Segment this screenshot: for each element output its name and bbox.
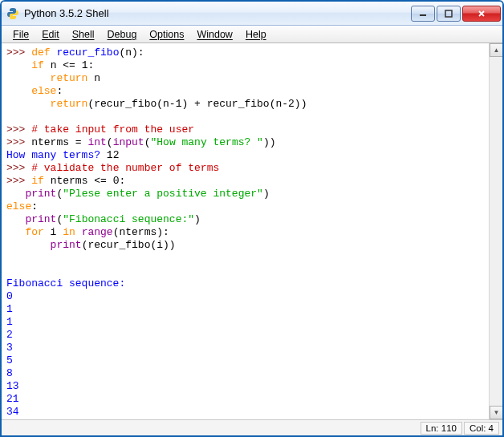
menu-file[interactable]: File bbox=[6, 27, 35, 42]
scrollbar[interactable]: ▲ ▼ bbox=[489, 43, 502, 419]
window-title: Python 3.5.2 Shell bbox=[24, 7, 409, 19]
svg-rect-1 bbox=[445, 10, 452, 17]
minimize-button[interactable] bbox=[411, 6, 435, 22]
menu-debug[interactable]: Debug bbox=[101, 27, 144, 42]
scroll-down-icon[interactable]: ▼ bbox=[490, 406, 503, 419]
status-col: Col: 4 bbox=[464, 422, 499, 435]
close-button[interactable] bbox=[462, 6, 501, 22]
statusbar: Ln: 110 Col: 4 bbox=[2, 419, 502, 435]
titlebar: Python 3.5.2 Shell bbox=[2, 2, 502, 26]
status-line: Ln: 110 bbox=[421, 422, 462, 435]
window-controls bbox=[409, 6, 501, 22]
menu-help[interactable]: Help bbox=[239, 27, 273, 42]
maximize-button[interactable] bbox=[437, 6, 461, 22]
svg-rect-0 bbox=[420, 14, 426, 16]
menu-shell[interactable]: Shell bbox=[66, 27, 101, 42]
scroll-up-icon[interactable]: ▲ bbox=[490, 43, 503, 57]
menu-edit[interactable]: Edit bbox=[35, 27, 66, 42]
shell-editor[interactable]: >>> def recur_fibo(n): if n <= 1: return… bbox=[2, 43, 489, 419]
menu-window[interactable]: Window bbox=[190, 27, 238, 42]
python-icon bbox=[6, 7, 19, 20]
content-area: >>> def recur_fibo(n): if n <= 1: return… bbox=[2, 43, 502, 419]
menu-options[interactable]: Options bbox=[143, 27, 190, 42]
menubar: File Edit Shell Debug Options Window Hel… bbox=[2, 26, 502, 43]
